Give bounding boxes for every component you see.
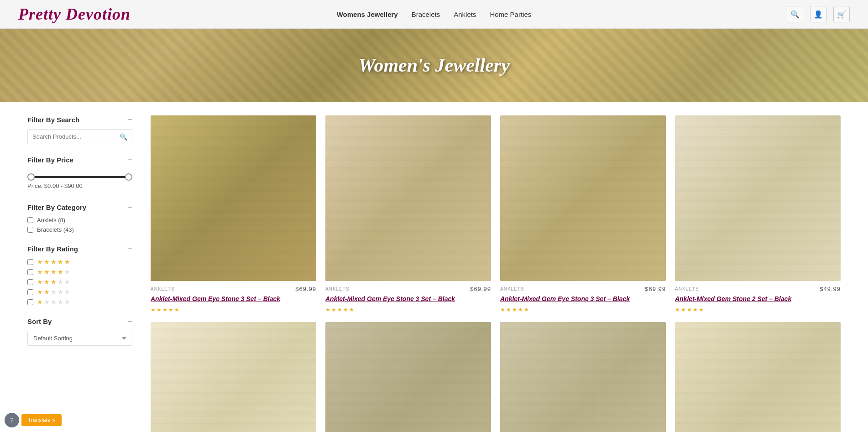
product-star: ★ [337, 307, 342, 313]
filter-search-collapse[interactable]: − [127, 115, 132, 124]
product-card[interactable]: ANKLETS$69.99Anklet-Mixed Gem Eye Stone … [325, 115, 491, 313]
header: Pretty Devotion Womens Jewellery Bracele… [0, 0, 868, 29]
product-image [500, 115, 666, 281]
product-price: $69.99 [295, 286, 316, 292]
price-handle-left[interactable] [27, 173, 35, 181]
product-star: ★ [343, 307, 348, 313]
stars-1: ★ ★ ★ ★ ★ [37, 298, 70, 306]
product-card[interactable] [675, 322, 841, 432]
product-image-inner [325, 115, 491, 281]
product-star: ★ [675, 307, 680, 313]
product-star: ★ [162, 307, 167, 313]
rating-5-checkbox[interactable] [27, 259, 33, 265]
product-star: ★ [331, 307, 336, 313]
product-category-row: ANKLETS$69.99 [151, 286, 316, 292]
product-card[interactable] [325, 322, 491, 432]
product-card[interactable]: ANKLETS$69.99Anklet-Mixed Gem Eye Stone … [500, 115, 666, 313]
category-anklets-checkbox[interactable] [27, 217, 33, 223]
star-2: ★ [44, 258, 50, 265]
product-stars: ★★★★★ [675, 307, 841, 313]
category-bracelets-checkbox[interactable] [27, 227, 33, 233]
products-grid: ANKLETS$69.99Anklet-Mixed Gem Eye Stone … [151, 115, 841, 432]
product-image-inner [500, 115, 666, 281]
product-image-inner [675, 322, 841, 432]
rating-1: ★ ★ ★ ★ ★ [27, 298, 132, 306]
rating-1-checkbox[interactable] [27, 299, 33, 305]
star-5: ★ [64, 258, 70, 265]
filter-search-title: Filter By Search [27, 116, 79, 124]
sort-select[interactable]: Default Sorting Sort by popularity Sort … [27, 331, 132, 346]
product-name[interactable]: Anklet-Mixed Gem Stone 2 Set – Black [675, 295, 841, 304]
rating-3-checkbox[interactable] [27, 279, 33, 285]
nav-home-parties[interactable]: Home Parties [490, 10, 531, 18]
product-card[interactable] [500, 322, 666, 432]
price-slider[interactable] [27, 176, 132, 178]
product-image-inner [151, 115, 316, 281]
product-image-inner [151, 322, 316, 432]
search-input[interactable] [28, 130, 115, 144]
price-handle-right[interactable] [125, 173, 132, 181]
filter-search-header: Filter By Search − [27, 115, 132, 124]
sort-by-header: Sort By − [27, 317, 132, 325]
site-logo[interactable]: Pretty Devotion [18, 5, 131, 24]
nav-anklets[interactable]: Anklets [454, 10, 476, 18]
nav-bracelets[interactable]: Bracelets [412, 10, 440, 18]
product-stars: ★★★★★ [151, 307, 316, 313]
main-nav: Womens Jewellery Bracelets Anklets Home … [337, 10, 532, 18]
product-image [151, 322, 316, 432]
translate-button[interactable]: Translate » [21, 414, 62, 426]
product-name[interactable]: Anklet-Mixed Gem Eye Stone 3 Set – Black [151, 295, 316, 304]
price-text: Price: $0.00 - $90.00 [27, 182, 132, 189]
stars-4: ★ ★ ★ ★ ★ [37, 268, 70, 276]
price-slider-container: Price: $0.00 - $90.00 [27, 169, 132, 192]
product-price: $69.99 [470, 286, 491, 292]
product-category-label: ANKLETS [151, 286, 175, 291]
category-anklets-label[interactable]: Anklets (8) [37, 217, 65, 224]
filter-category-collapse[interactable]: − [127, 203, 132, 211]
stars-3: ★ ★ ★ ★ ★ [37, 278, 70, 286]
header-icons: 🔍 👤 🛒 [787, 6, 850, 22]
hero-banner: Women's Jewellery [0, 29, 868, 102]
account-button[interactable]: 👤 [810, 6, 826, 22]
filter-category-section: Filter By Category − Anklets (8) Bracele… [27, 203, 132, 233]
main-content: Filter By Search − 🔍 Filter By Price − P… [0, 102, 868, 432]
product-star: ★ [687, 307, 692, 313]
search-submit-button[interactable]: 🔍 [115, 130, 132, 144]
filter-rating-section: Filter By Rating − ★ ★ ★ ★ ★ ★ ★ [27, 245, 132, 306]
rating-4-checkbox[interactable] [27, 269, 33, 275]
product-star: ★ [349, 307, 354, 313]
stars-2: ★ ★ ★ ★ ★ [37, 288, 70, 296]
filter-search-section: Filter By Search − 🔍 [27, 115, 132, 144]
cart-button[interactable]: 🛒 [833, 6, 850, 22]
rating-5: ★ ★ ★ ★ ★ [27, 258, 132, 265]
filter-category-title: Filter By Category [27, 203, 86, 211]
product-card[interactable]: ANKLETS$49.99Anklet-Mixed Gem Stone 2 Se… [675, 115, 841, 313]
product-name[interactable]: Anklet-Mixed Gem Eye Stone 3 Set – Black [500, 295, 666, 304]
star-4: ★ [58, 258, 63, 265]
product-image [325, 115, 491, 281]
sort-by-title: Sort By [27, 317, 52, 325]
filter-rating-header: Filter By Rating − [27, 245, 132, 253]
search-box: 🔍 [27, 129, 132, 144]
rating-2-checkbox[interactable] [27, 289, 33, 295]
category-bracelets-label[interactable]: Bracelets (43) [37, 226, 74, 233]
sort-by-collapse[interactable]: − [127, 317, 132, 325]
product-card[interactable] [151, 322, 316, 432]
search-button[interactable]: 🔍 [787, 6, 803, 22]
category-anklets: Anklets (8) [27, 217, 132, 224]
category-bracelets: Bracelets (43) [27, 226, 132, 233]
price-slider-track [27, 176, 132, 178]
star-1: ★ [37, 258, 43, 265]
products-area: ANKLETS$69.99Anklet-Mixed Gem Eye Stone … [151, 115, 841, 432]
filter-price-collapse[interactable]: − [127, 156, 132, 164]
sidebar: Filter By Search − 🔍 Filter By Price − P… [27, 115, 132, 432]
product-stars: ★★★★★ [500, 307, 666, 313]
help-circle[interactable]: ? [5, 413, 19, 427]
product-card[interactable]: ANKLETS$69.99Anklet-Mixed Gem Eye Stone … [151, 115, 316, 313]
filter-price-header: Filter By Price − [27, 156, 132, 164]
product-image [500, 322, 666, 432]
nav-womens-jewellery[interactable]: Womens Jewellery [337, 10, 398, 18]
filter-rating-collapse[interactable]: − [127, 245, 132, 253]
product-star: ★ [151, 307, 156, 313]
product-name[interactable]: Anklet-Mixed Gem Eye Stone 3 Set – Black [325, 295, 491, 304]
